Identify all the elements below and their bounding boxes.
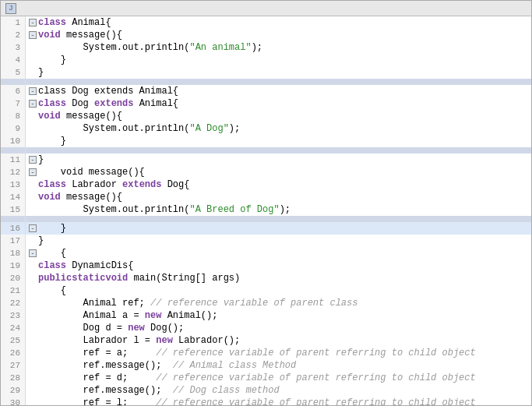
code-content[interactable]: -class Animal{- void message(){ System.o… bbox=[26, 16, 531, 405]
code-line-17: System.out.println("A Breed of Dog"); bbox=[26, 203, 531, 216]
code-line-2: - void message(){ bbox=[26, 29, 531, 41]
line-num-17: 15 bbox=[1, 203, 25, 216]
line-num-21: 18 bbox=[1, 247, 25, 259]
line-num-2: 2 bbox=[1, 29, 25, 41]
line-num-11: 10 bbox=[1, 135, 25, 147]
file-icon: J bbox=[5, 3, 16, 14]
code-area: 1234567891011121314151617181920212223242… bbox=[1, 16, 531, 405]
code-line-16: void message(){ bbox=[26, 191, 531, 203]
fold-icon[interactable]: - bbox=[29, 100, 37, 108]
code-line-3: System.out.println("An animal"); bbox=[26, 41, 531, 54]
line-numbers: 1234567891011121314151617181920212223242… bbox=[1, 16, 26, 405]
fold-icon[interactable]: - bbox=[29, 19, 37, 26]
code-line-28: Labrador l = new Labrador(); bbox=[26, 334, 531, 347]
editor-window: J 12345678910111213141516171819202122232… bbox=[0, 0, 532, 406]
line-num-10: 9 bbox=[1, 122, 25, 135]
code-line-15: class Labrador extends Dog{ bbox=[26, 178, 531, 191]
line-num-6 bbox=[1, 79, 25, 85]
line-num-28: 25 bbox=[1, 334, 25, 347]
fold-icon[interactable]: - bbox=[29, 31, 37, 39]
code-line-10: System.out.println("A Dog"); bbox=[26, 122, 531, 135]
code-line-7: -class Dog extends Animal{ bbox=[26, 85, 531, 97]
line-num-18 bbox=[1, 216, 25, 222]
line-num-23: 20 bbox=[1, 272, 25, 284]
code-line-8: -class Dog extends Animal{ bbox=[26, 97, 531, 110]
fold-icon[interactable]: - bbox=[29, 249, 37, 257]
code-line-29: ref = a; // reference variable of parent… bbox=[26, 347, 531, 359]
code-line-33: ref = l; // reference variable of parent… bbox=[26, 397, 531, 405]
line-num-1: 1 bbox=[1, 16, 25, 29]
code-line-21: - { bbox=[26, 247, 531, 259]
fold-icon[interactable]: - bbox=[29, 224, 37, 232]
code-line-30: ref.message(); // Animal class Method bbox=[26, 359, 531, 372]
line-num-32: 29 bbox=[1, 384, 25, 397]
line-num-22: 19 bbox=[1, 259, 25, 272]
code-line-24: { bbox=[26, 284, 531, 297]
code-line-26: Animal a = new Animal(); bbox=[26, 309, 531, 322]
line-num-26: 23 bbox=[1, 309, 25, 322]
code-line-4: } bbox=[26, 54, 531, 66]
line-num-4: 4 bbox=[1, 54, 25, 66]
code-line-6 bbox=[26, 79, 531, 85]
line-num-30: 27 bbox=[1, 359, 25, 372]
line-num-5: 5 bbox=[1, 66, 25, 79]
line-num-20: 17 bbox=[1, 235, 25, 247]
line-num-33: 30 bbox=[1, 397, 25, 405]
code-line-12 bbox=[26, 147, 531, 154]
code-line-18 bbox=[26, 216, 531, 222]
line-num-8: 7 bbox=[1, 97, 25, 110]
line-num-15: 13 bbox=[1, 178, 25, 191]
line-num-25: 22 bbox=[1, 297, 25, 309]
title-bar: J bbox=[1, 1, 531, 16]
code-line-31: ref = d; // reference variable of parent… bbox=[26, 372, 531, 384]
code-line-23: public static void main(String[] args) bbox=[26, 272, 531, 284]
code-line-25: Animal ref; // reference variable of par… bbox=[26, 297, 531, 309]
code-line-5: } bbox=[26, 66, 531, 79]
line-num-31: 28 bbox=[1, 372, 25, 384]
code-line-14: - void message(){ bbox=[26, 166, 531, 178]
line-num-9: 8 bbox=[1, 110, 25, 122]
line-num-19: 16 bbox=[1, 222, 25, 235]
line-num-27: 24 bbox=[1, 322, 25, 334]
code-line-20: } bbox=[26, 235, 531, 247]
code-line-27: Dog d = new Dog(); bbox=[26, 322, 531, 334]
code-line-13: -} bbox=[26, 154, 531, 166]
line-num-13: 11 bbox=[1, 154, 25, 166]
fold-icon[interactable]: - bbox=[29, 156, 37, 164]
line-num-7: 6 bbox=[1, 85, 25, 97]
fold-icon[interactable]: - bbox=[29, 87, 37, 95]
fold-icon[interactable]: - bbox=[29, 168, 37, 176]
code-line-11: } bbox=[26, 135, 531, 147]
code-line-32: ref.message(); // Dog class method bbox=[26, 384, 531, 397]
line-num-14: 12 bbox=[1, 166, 25, 178]
line-num-29: 26 bbox=[1, 347, 25, 359]
line-num-24: 21 bbox=[1, 284, 25, 297]
line-num-3: 3 bbox=[1, 41, 25, 54]
line-num-16: 14 bbox=[1, 191, 25, 203]
code-line-1: -class Animal{ bbox=[26, 16, 531, 29]
code-line-9: void message(){ bbox=[26, 110, 531, 122]
line-num-12 bbox=[1, 147, 25, 154]
code-line-19: - } bbox=[26, 222, 531, 235]
code-line-22: class DynamicDis{ bbox=[26, 259, 531, 272]
